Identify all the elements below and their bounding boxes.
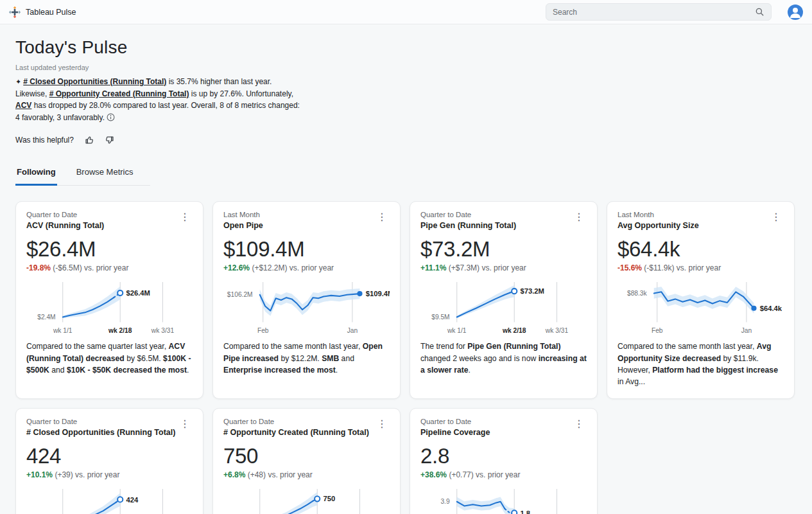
metric-card[interactable]: Quarter to Date ACV (Running Total) ⋮ $2… — [15, 201, 203, 398]
description-segment: . — [187, 366, 189, 375]
card-sparkline-chart: wk 1/1wk 2/18wk 3/3196750 — [223, 486, 390, 514]
metric-card[interactable]: Last Month Open Pipe ⋮ $109.4M +12.6% (+… — [212, 201, 401, 398]
metric-card[interactable]: Quarter to Date Pipeline Coverage ⋮ 2.8 … — [410, 408, 598, 514]
tab-browse-metrics[interactable]: Browse Metrics — [75, 164, 135, 185]
summary-metric-link[interactable]: # Closed Opportunities (Running Total) — [23, 77, 166, 86]
card-value: $26.4M — [26, 237, 193, 261]
card-metric-name: Avg Opportunity Size — [618, 221, 699, 230]
description-segment: . — [336, 366, 338, 375]
card-menu-button[interactable]: ⋮ — [768, 211, 784, 224]
svg-text:$2.4M: $2.4M — [37, 314, 55, 321]
card-menu-button[interactable]: ⋮ — [571, 418, 587, 430]
page-title: Today's Pulse — [15, 37, 797, 58]
card-sparkline-chart: wk 1/1wk 2/18wk 3/31$9.5M$73.2M — [420, 279, 587, 337]
card-sparkline-chart: wk 1/1wk 2/18wk 3/3141424 — [26, 486, 193, 514]
cards-grid: Quarter to Date ACV (Running Total) ⋮ $2… — [15, 201, 797, 514]
card-change: +38.6% (+0.77) vs. prior year — [420, 470, 587, 479]
card-value: $73.2M — [420, 237, 587, 261]
ai-sparkle-icon: ✦ — [15, 78, 21, 85]
svg-text:Jan: Jan — [347, 327, 358, 334]
description-segment: and — [49, 366, 67, 375]
card-sparkline-chart: FebJan$88.3k$64.4k — [618, 279, 784, 337]
search-icon — [755, 7, 764, 17]
card-menu-button[interactable]: ⋮ — [374, 418, 390, 430]
card-value: $64.4k — [618, 237, 784, 261]
tab-following[interactable]: Following — [15, 164, 57, 186]
card-change-detail: (+$12.2M) vs. prior year — [250, 263, 334, 272]
user-avatar[interactable] — [788, 4, 803, 20]
card-menu-button[interactable]: ⋮ — [374, 211, 390, 224]
card-metric-name: Pipeline Coverage — [420, 428, 490, 437]
card-change-percent: +38.6% — [420, 470, 447, 479]
svg-text:$73.2M: $73.2M — [520, 288, 544, 296]
card-metric-name: # Opportunity Created (Running Total) — [223, 428, 369, 437]
description-segment: and — [339, 354, 354, 363]
description-segment: in Avg... — [618, 377, 645, 386]
search-input[interactable] — [553, 8, 755, 17]
description-segment: by $6.5M. — [125, 354, 163, 363]
description-segment: Enterprise increased the most — [223, 366, 336, 375]
svg-text:wk 3/31: wk 3/31 — [545, 327, 569, 334]
card-change-percent: +12.6% — [223, 263, 250, 272]
top-bar: Tableau Pulse — [0, 0, 812, 24]
summary-metric-link[interactable]: # Opportunity Created (Running Total) — [49, 89, 189, 98]
description-segment: changed 2 weeks ago and is now — [420, 354, 539, 363]
card-change: +6.8% (+48) vs. prior year — [223, 470, 390, 479]
app-title: Tableau Pulse — [26, 8, 76, 17]
metric-card[interactable]: Quarter to Date # Closed Opportunities (… — [15, 408, 203, 514]
svg-text:424: 424 — [126, 495, 139, 503]
card-value: 750 — [223, 444, 390, 468]
svg-text:1.8: 1.8 — [520, 509, 530, 514]
card-metric-name: # Closed Opportunities (Running Total) — [26, 428, 175, 437]
card-period: Last Month — [618, 211, 699, 218]
card-value: 2.8 — [420, 444, 587, 468]
description-segment: SMB — [322, 354, 339, 363]
description-segment: $10K - $50K — [67, 366, 111, 375]
metric-card[interactable]: Quarter to Date Pipe Gen (Running Total)… — [410, 201, 598, 398]
card-menu-button[interactable]: ⋮ — [571, 211, 587, 224]
description-segment: Compared to the same month last year, — [618, 342, 757, 351]
description-segment: Pipe Gen (Running Total) — [467, 342, 560, 351]
svg-text:wk 2/18: wk 2/18 — [108, 327, 132, 334]
card-description: The trend for Pipe Gen (Running Total) c… — [420, 341, 587, 376]
card-description: Compared to the same month last year, Op… — [223, 341, 390, 376]
summary-metric-link[interactable]: ACV — [15, 101, 31, 110]
card-change-percent: -15.6% — [618, 263, 642, 272]
svg-text:750: 750 — [323, 495, 335, 502]
card-menu-button[interactable]: ⋮ — [177, 418, 193, 430]
card-period: Last Month — [223, 211, 263, 218]
summary-text: # Closed Opportunities (Running Total) i… — [15, 77, 300, 122]
metric-card[interactable]: Last Month Avg Opportunity Size ⋮ $64.4k… — [607, 201, 795, 398]
card-period: Quarter to Date — [223, 418, 369, 425]
card-sparkline-chart: wk 1/1wk 2/18wk 3/313.91.8 — [420, 486, 587, 514]
description-segment: Compared to the same month last year, — [223, 342, 363, 351]
ai-summary: ✦# Closed Opportunities (Running Total) … — [15, 76, 302, 125]
card-metric-name: Pipe Gen (Running Total) — [420, 221, 516, 230]
card-value: 424 — [26, 444, 193, 468]
card-change-detail: (-$11.9k) vs. prior year — [642, 263, 721, 272]
card-change: -15.6% (-$11.9k) vs. prior year — [618, 263, 784, 272]
svg-text:$106.2M: $106.2M — [227, 292, 253, 299]
info-icon[interactable] — [107, 114, 115, 123]
brand: Tableau Pulse — [9, 6, 76, 18]
card-change-percent: +10.1% — [26, 470, 53, 479]
svg-text:wk 2/18: wk 2/18 — [502, 327, 526, 334]
svg-text:3.9: 3.9 — [440, 498, 450, 505]
card-menu-button[interactable]: ⋮ — [177, 211, 193, 224]
description-segment: decreased the most — [114, 366, 187, 375]
card-change: +10.1% (+39) vs. prior year — [26, 470, 193, 479]
card-sparkline-chart: FebJan$106.2M$109.4M — [223, 279, 390, 337]
card-sparkline-chart: wk 1/1wk 2/18wk 3/31$2.4M$26.4M — [26, 279, 193, 337]
search-bar[interactable] — [546, 3, 772, 21]
description-segment: Compared to the same quarter last year, — [26, 342, 169, 351]
thumbs-up-button[interactable] — [84, 135, 94, 145]
thumbs-down-button[interactable] — [105, 135, 115, 145]
card-change-detail: (+0.77) vs. prior year — [447, 470, 520, 479]
description-segment: by $12.2M. — [279, 354, 322, 363]
card-change: -19.8% (-$6.5M) vs. prior year — [26, 263, 193, 272]
card-change-detail: (+$7.3M) vs. prior year — [446, 263, 526, 272]
card-value: $109.4M — [223, 237, 390, 261]
metric-card[interactable]: Quarter to Date # Opportunity Created (R… — [212, 408, 401, 514]
main-content: Today's Pulse Last updated yesterday ✦# … — [0, 24, 812, 514]
svg-text:$9.5M: $9.5M — [431, 314, 449, 321]
